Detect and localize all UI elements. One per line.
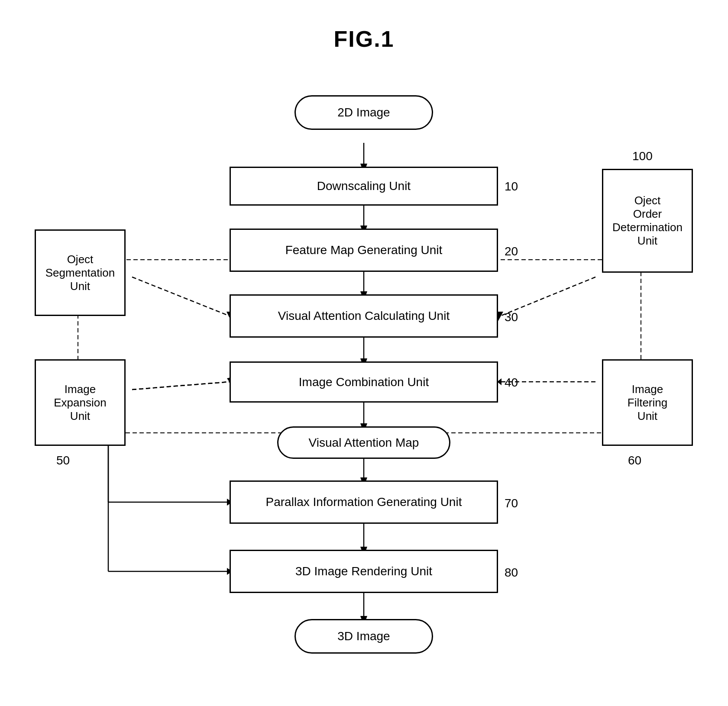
num-downscaling: 10 [505, 180, 518, 193]
svg-rect-31 [78, 260, 641, 433]
node-downscaling: Downscaling Unit [230, 167, 498, 206]
num-image-filtering: 60 [628, 454, 641, 467]
num-obj-order: 100 [632, 149, 653, 163]
num-image-combination: 40 [505, 376, 518, 390]
num-image-expansion: 50 [56, 454, 70, 467]
node-3d-rendering: 3D Image Rendering Unit [230, 550, 498, 593]
num-visual-attention-calc: 30 [505, 310, 518, 324]
node-feature-map: Feature Map Generating Unit [230, 229, 498, 272]
diagram-container: FIG.1 [0, 0, 728, 706]
figure-title: FIG.1 [333, 26, 394, 52]
node-image-combination: Image Combination Unit [230, 361, 498, 403]
node-image-expansion: Image Expansion Unit [35, 359, 126, 446]
node-2d-image: 2D Image [294, 95, 433, 130]
node-visual-attention-map: Visual Attention Map [277, 426, 450, 459]
num-3d-rendering: 80 [505, 566, 518, 580]
node-obj-order: Oject Order Determination Unit [602, 169, 693, 273]
svg-line-16 [132, 277, 230, 316]
node-image-filtering: Image Filtering Unit [602, 359, 693, 446]
svg-line-18 [132, 382, 230, 390]
num-feature-map: 20 [505, 245, 518, 258]
node-obj-segmentation: Oject Segmentation Unit [35, 229, 126, 316]
svg-line-24 [132, 382, 230, 390]
node-3d-image: 3D Image [294, 619, 433, 654]
node-visual-attention-calc: Visual Attention Calculating Unit [230, 294, 498, 338]
node-parallax-info: Parallax Information Generating Unit [230, 480, 498, 524]
num-parallax-info: 70 [505, 496, 518, 510]
